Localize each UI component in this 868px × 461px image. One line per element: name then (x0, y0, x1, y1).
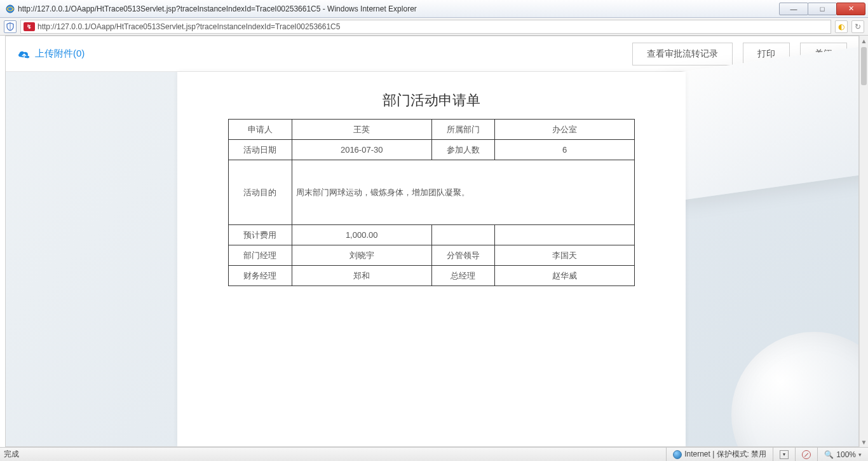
cloud-upload-icon (17, 48, 31, 60)
zoom-icon: 🔍 (824, 450, 834, 459)
cost-blank1 (431, 225, 495, 245)
upload-attachment-link[interactable]: 上传附件(0) (17, 48, 85, 60)
window-titlebar: http://127.0.0.1/OAapp/HtTrace0513Servle… (0, 0, 868, 18)
dept-value: 办公室 (495, 120, 635, 140)
cost-blank2 (495, 225, 635, 245)
cost-label: 预计费用 (229, 225, 292, 245)
status-zone-text: Internet | 保护模式: 禁用 (684, 449, 766, 460)
status-bar: 完成 Internet | 保护模式: 禁用 ▾ 🔍 100% (0, 447, 868, 461)
status-protected-mode-dropdown[interactable]: ▾ (773, 448, 795, 461)
upload-attachment-label: 上传附件(0) (35, 48, 85, 60)
minimize-button[interactable]: — (779, 3, 808, 15)
refresh-button[interactable]: ↻ (851, 20, 864, 33)
window-close-button[interactable]: ✕ (836, 3, 865, 15)
dept-mgr-value: 刘晓宇 (292, 245, 431, 266)
gm-value: 赵华威 (495, 266, 635, 286)
applicant-value: 王英 (292, 120, 431, 140)
dept-mgr-label: 部门经理 (229, 245, 292, 266)
form-paper: 部门活动申请单 申请人 王英 所属部门 办公室 活动日期 2016-07-30 … (177, 72, 686, 446)
svg-point-0 (6, 5, 14, 13)
form-title: 部门活动申请单 (215, 91, 648, 110)
window-title: http://127.0.0.1/OAapp/HtTrace0513Servle… (18, 4, 780, 13)
vp-value: 李国天 (495, 245, 635, 266)
date-label: 活动日期 (229, 140, 292, 160)
ie-favicon (5, 4, 15, 14)
view-approval-history-button[interactable]: 查看审批流转记录 (632, 43, 733, 65)
application-form-table: 申请人 王英 所属部门 办公室 活动日期 2016-07-30 参加人数 6 活… (228, 119, 635, 286)
url-text: http://127.0.0.1/OAapp/HtTrace0513Servle… (37, 22, 340, 31)
vp-label: 分管领导 (431, 245, 495, 266)
cost-value: 1,000.00 (292, 225, 431, 245)
vertical-scrollbar[interactable]: ▲ ▼ (859, 36, 868, 447)
count-value: 6 (495, 140, 635, 160)
status-popup-blocked[interactable] (795, 448, 817, 461)
address-bar: ↯ http://127.0.0.1/OAapp/HtTrace0513Serv… (0, 18, 868, 36)
internet-zone-icon (673, 450, 682, 459)
applicant-label: 申请人 (229, 120, 292, 140)
status-zone[interactable]: Internet | 保护模式: 禁用 (666, 448, 773, 461)
scroll-down-arrow-icon[interactable]: ▼ (860, 437, 868, 447)
dept-label: 所属部门 (431, 120, 495, 140)
purpose-value: 周末部门网球运动，锻炼身体，增加团队凝聚。 (292, 160, 634, 225)
security-shield-icon[interactable] (4, 20, 17, 33)
fin-mgr-value: 郑和 (292, 266, 431, 286)
count-label: 参加人数 (431, 140, 495, 160)
compat-view-button[interactable]: ◐ (835, 20, 848, 33)
fin-mgr-label: 财务经理 (229, 266, 292, 286)
date-value: 2016-07-30 (292, 140, 431, 160)
compat-badge-icon: ↯ (24, 22, 35, 31)
scroll-thumb[interactable] (861, 47, 867, 85)
content-frame: 上传附件(0) 查看审批流转记录 打印 关闭 部门活动申请单 申请人 王英 所属… (5, 36, 859, 447)
blocked-icon (802, 450, 811, 459)
dropdown-icon: ▾ (780, 450, 789, 459)
form-background: 部门活动申请单 申请人 王英 所属部门 办公室 活动日期 2016-07-30 … (6, 72, 858, 446)
url-field[interactable]: ↯ http://127.0.0.1/OAapp/HtTrace0513Serv… (20, 20, 831, 34)
zoom-value: 100% (836, 450, 856, 459)
gm-label: 总经理 (431, 266, 495, 286)
browser-viewport: 上传附件(0) 查看审批流转记录 打印 关闭 部门活动申请单 申请人 王英 所属… (0, 36, 868, 447)
maximize-button[interactable]: □ (808, 3, 837, 15)
status-text: 完成 (0, 449, 666, 460)
scroll-up-arrow-icon[interactable]: ▲ (860, 36, 868, 46)
purpose-label: 活动目的 (229, 160, 292, 225)
zoom-control[interactable]: 🔍 100% (817, 448, 868, 461)
